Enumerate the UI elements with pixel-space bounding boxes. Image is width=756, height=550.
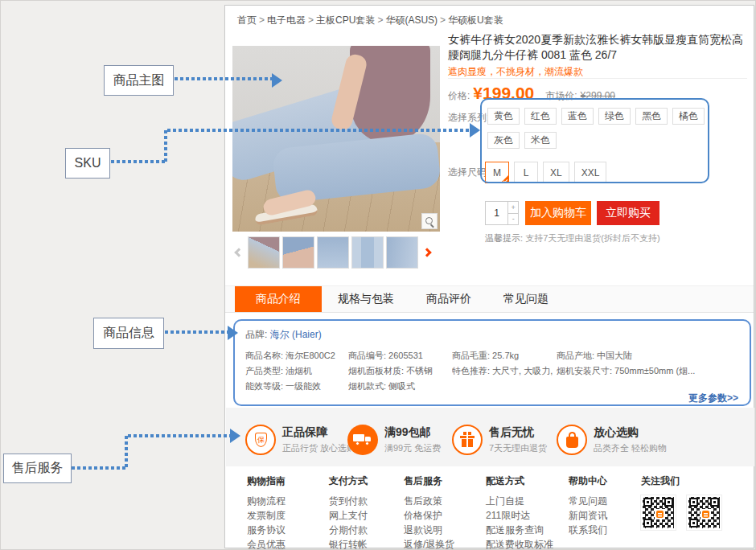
prev-thumb-button[interactable] (232, 244, 245, 261)
next-thumb-button[interactable] (421, 244, 433, 261)
info-cell: 能效等级: 一级能效 (245, 380, 346, 392)
arrowhead-icon (230, 429, 240, 443)
price-label: 价格: (448, 89, 470, 103)
breadcrumb-item[interactable]: 华硕板U套装 (448, 14, 503, 26)
footer-link[interactable]: 服务协议 (247, 524, 286, 536)
arrowhead-icon (272, 73, 282, 88)
breadcrumb-item[interactable]: 首页 (237, 14, 257, 26)
info-cell: 商品编号: 2605531 (348, 350, 450, 362)
warm-tip: 温馨提示: 支持7天无理由退货(拆封后不支持) (485, 232, 660, 244)
info-cell: 烟机款式: 侧吸式 (348, 380, 450, 392)
breadcrumb-separator: > (377, 14, 383, 26)
image-zoom-button[interactable] (421, 213, 438, 229)
footer-link[interactable]: 退款说明 (404, 524, 454, 536)
annotation-label-after-sale: 售后服务 (3, 454, 72, 483)
annotation-arrow-main-image (175, 77, 272, 80)
buy-now-button[interactable]: 立即购买 (597, 201, 659, 225)
product-info-box: 品牌: 海尔 (Haier) 商品名称: 海尔E800C2商品编号: 26055… (233, 319, 751, 406)
shield-icon: 保 (245, 425, 276, 455)
tab-active[interactable]: 商品介绍 (235, 286, 322, 312)
breadcrumb-separator: > (259, 14, 265, 26)
footer-link[interactable]: 分期付款 (329, 524, 368, 536)
product-page-panel: 首页>电子电器>主板CPU套装>华硕(ASUS)>华硕板U套装 女裤牛仔裤女20… (224, 5, 754, 548)
footer-follow-us: 关注我们 (641, 474, 721, 530)
add-to-cart-button[interactable]: 加入购物车 (525, 201, 591, 225)
product-title: 女裤牛仔裤女2020夏季新款泫雅长裤女韩版显瘦直筒宽松高腰阔腿九分牛仔裤 008… (448, 32, 754, 63)
service-title: 满99包邮 (384, 425, 441, 440)
info-cell: 商品名称: 海尔E800C2 (245, 350, 346, 362)
footer-link[interactable]: 货到付款 (329, 495, 368, 507)
brand-label: 品牌: (245, 329, 267, 340)
divider (448, 78, 747, 79)
qr-codes (641, 495, 721, 530)
magnifier-icon (425, 217, 433, 224)
quantity-increase-button[interactable]: + (508, 202, 518, 214)
quantity-input[interactable]: 1 (486, 202, 507, 224)
annotation-label-main-image: 商品主图 (104, 65, 174, 96)
footer-link[interactable]: 配送服务查询 (486, 524, 553, 536)
service-desc: 满99元 免运费 (384, 442, 441, 454)
service-texts: 正品保障正品行货 放心选购 (282, 425, 355, 454)
footer-column: 购物指南购物流程发票制度服务协议会员优惠 (247, 474, 286, 550)
footer-link[interactable]: 上门自提 (486, 495, 553, 507)
footer-link[interactable]: 联系我们 (569, 524, 607, 536)
more-params-link[interactable]: 更多参数>> (688, 392, 738, 405)
product-thumbnail[interactable] (351, 236, 384, 269)
footer-column-title: 售后服务 (404, 474, 454, 488)
footer-link[interactable]: 网上支付 (329, 510, 368, 521)
brand-link[interactable]: 海尔 (Haier) (270, 329, 322, 340)
tab-item[interactable]: 商品评价 (410, 286, 487, 312)
footer-link[interactable]: 211限时达 (486, 510, 553, 521)
service-item: 放心选购品类齐全 轻松购物 (557, 425, 667, 455)
footer-link[interactable]: 常见问题 (569, 495, 607, 507)
footer-column: 配送方式上门自提211限时达配送服务查询配送费收取标准海外配送 (486, 474, 553, 550)
footer-link[interactable]: 银行转帐 (329, 539, 368, 550)
service-item: 满99包邮满99元 免运费 (347, 425, 441, 455)
breadcrumb-separator: > (308, 14, 314, 26)
breadcrumb: 首页>电子电器>主板CPU套装>华硕(ASUS)>华硕板U套装 (237, 14, 506, 27)
brand-line: 品牌: 海尔 (Haier) (245, 328, 322, 342)
breadcrumb-item[interactable]: 电子电器 (267, 14, 306, 26)
product-thumbnail[interactable] (282, 236, 314, 269)
service-desc: 正品行货 放心选购 (282, 442, 355, 454)
service-texts: 放心选购品类齐全 轻松购物 (594, 425, 667, 454)
product-thumbnail[interactable] (317, 236, 349, 269)
annotation-arrow-sku (111, 160, 166, 163)
chevron-right-icon (422, 248, 431, 257)
info-cell: 特色推荐: 大尺寸, 大吸力, 静音... (452, 365, 554, 377)
footer-link[interactable]: 配送费收取标准 (486, 539, 553, 550)
footer-column-title: 购物指南 (247, 474, 286, 488)
breadcrumb-separator: > (440, 14, 446, 26)
product-promo-text: 遮肉显瘦，不挑身材，潮流爆款 (448, 65, 583, 79)
footer-link[interactable]: 售后政策 (404, 495, 454, 507)
info-cell: 烟机面板材质: 不锈钢 (348, 365, 450, 377)
footer-link[interactable]: 会员优惠 (247, 539, 286, 550)
footer-link[interactable]: 购物流程 (247, 495, 286, 507)
service-title: 售后无忧 (489, 425, 547, 440)
breadcrumb-item[interactable]: 华硕(ASUS) (385, 14, 438, 26)
product-thumbnail[interactable] (248, 236, 280, 269)
annotation-arrow-sku (167, 129, 470, 132)
service-guarantee-band: 保正品保障正品行货 放心选购满99包邮满99元 免运费售后无忧7天无理由退货放心… (226, 408, 754, 466)
product-thumbnail[interactable] (386, 236, 418, 269)
breadcrumb-item[interactable]: 主板CPU套装 (316, 14, 375, 26)
annotation-arrow-sku (164, 130, 167, 163)
gift-icon (452, 425, 483, 455)
footer-link[interactable]: 价格保护 (404, 510, 454, 521)
footer-link[interactable]: 新闻资讯 (569, 510, 607, 521)
thumbnail-carousel (232, 235, 440, 270)
footer-link[interactable]: 发票制度 (247, 510, 286, 521)
quantity-decrease-button[interactable]: - (508, 214, 518, 225)
quantity-stepper: 1 + - (485, 201, 519, 225)
footer-column-title: 关注我们 (641, 474, 721, 488)
product-main-image (232, 46, 440, 232)
info-cell: 商品产地: 中国大陆 (557, 350, 743, 362)
annotation-arrow-after-sale (72, 466, 126, 470)
tab-item[interactable]: 规格与包装 (322, 286, 410, 312)
footer-link[interactable]: 返修/退换货 (404, 539, 454, 550)
service-title: 正品保障 (282, 425, 355, 440)
arrowhead-icon (470, 123, 480, 138)
tab-item[interactable]: 常见问题 (487, 286, 565, 312)
info-cell: 烟机安装尺寸: 750mm±50mm (烟... (557, 365, 743, 377)
service-desc: 品类齐全 轻松购物 (594, 442, 667, 454)
